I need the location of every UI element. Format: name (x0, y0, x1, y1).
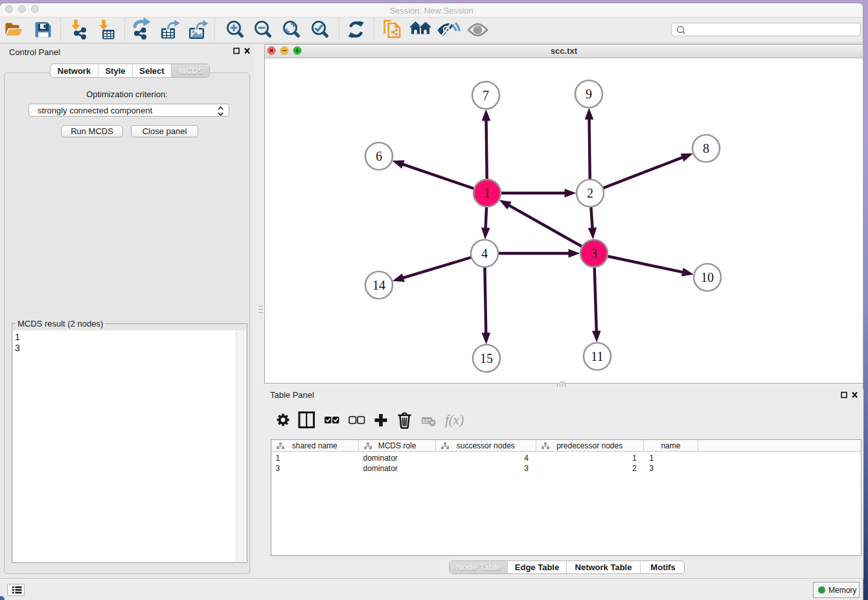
svg-text:f(x): f(x) (445, 412, 464, 428)
svg-text:15: 15 (480, 351, 493, 365)
svg-text:2: 2 (587, 186, 593, 200)
svg-text:4: 4 (481, 246, 488, 260)
svg-text:6: 6 (376, 149, 382, 163)
svg-text:1: 1 (484, 186, 490, 200)
svg-text:14: 14 (372, 278, 385, 292)
svg-text:3: 3 (591, 246, 597, 260)
svg-text:10: 10 (701, 270, 714, 284)
svg-text:11: 11 (591, 349, 603, 363)
svg-text:7: 7 (483, 88, 489, 102)
svg-text:8: 8 (703, 141, 709, 156)
svg-text:9: 9 (586, 87, 592, 101)
